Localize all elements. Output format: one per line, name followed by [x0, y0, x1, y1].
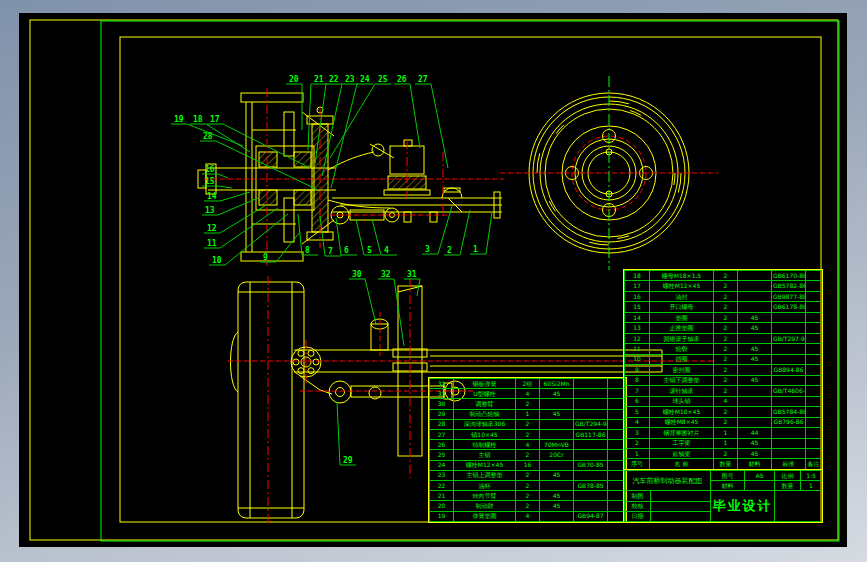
- parts-cell: 1: [714, 428, 738, 438]
- parts-cell: 主销上调整垫: [454, 470, 516, 480]
- parts-cell: GB894-86: [772, 365, 806, 375]
- leader-line: [218, 174, 228, 178]
- parts-cell: U型螺栓: [454, 389, 516, 399]
- part-number-callout: 30: [352, 270, 362, 279]
- leader-line: [276, 232, 300, 262]
- parts-cell: GB9877-88: [772, 291, 806, 301]
- part-number-callout: 12: [207, 224, 217, 233]
- parts-cell: [806, 302, 822, 312]
- parts-cell: GB5784-86: [772, 407, 806, 417]
- parts-cell: [806, 271, 822, 281]
- parts-cell: [738, 365, 772, 375]
- parts-row: 4螺栓M8×452GB796-86: [625, 417, 822, 427]
- drawing-no-label: 图号: [711, 471, 745, 481]
- parts-cell: [806, 333, 822, 343]
- parts-cell: 1: [714, 438, 738, 448]
- part-number-callout: 9: [263, 253, 268, 262]
- parts-cell: [806, 417, 822, 427]
- parts-row: 20制动鼓245: [430, 501, 626, 511]
- parts-cell: 钢背摩擦衬片: [650, 428, 714, 438]
- parts-cell: [806, 396, 822, 406]
- leader-line: [365, 279, 376, 324]
- parts-cell: 45: [738, 323, 772, 333]
- material-value: [745, 481, 775, 491]
- leader-line: [331, 84, 357, 188]
- part-number-callout: 5: [367, 246, 372, 255]
- parts-cell: 2: [714, 407, 738, 417]
- part-number-callout: 19: [174, 115, 184, 124]
- part-number-callout: 32: [381, 270, 391, 279]
- parts-cell: [806, 386, 822, 396]
- parts-cell: [806, 281, 822, 291]
- parts-cell: [574, 491, 608, 501]
- parts-cell: 2: [714, 375, 738, 385]
- parts-cell: 2: [625, 438, 650, 448]
- parts-row: 27销10×452GB117-86: [430, 430, 626, 440]
- parts-cell: 6: [625, 396, 650, 406]
- parts-cell: 2: [516, 399, 540, 409]
- parts-cell: 2: [714, 271, 738, 281]
- parts-cell: 止推垫圈: [650, 323, 714, 333]
- part-number-callout: 6: [344, 246, 349, 255]
- parts-cell: [540, 430, 574, 440]
- part-number-callout: 31: [407, 270, 417, 279]
- parts-cell: 深沟球轴承306: [454, 419, 516, 429]
- parts-cell: GB796-86: [772, 417, 806, 427]
- parts-row: 32钢板弹簧2组60Si2Mn: [430, 379, 626, 389]
- parts-cell: 45: [738, 438, 772, 448]
- part-number-callout: 1: [473, 245, 478, 254]
- part-number-callout: 25: [378, 75, 388, 84]
- parts-cell: 主销: [454, 450, 516, 460]
- parts-cell: 垫圈: [650, 312, 714, 322]
- parts-cell: 16: [516, 460, 540, 470]
- part-number-callout: 15: [205, 177, 215, 186]
- part-number-callout: 7: [328, 247, 333, 256]
- parts-cell: [806, 375, 822, 385]
- parts-cell: 28: [430, 419, 454, 429]
- title-block-empty-cell: [775, 491, 822, 522]
- parts-cell: 开口螺母: [650, 302, 714, 312]
- parts-row: 13止推垫圈245: [625, 323, 822, 333]
- date-label: 日期: [625, 511, 651, 521]
- parts-cell: [738, 302, 772, 312]
- parts-cell: [540, 511, 574, 521]
- parts-table-left: 32钢板弹簧2组60Si2Mn31U型螺栓44530调整臂229制动凸轮轴145…: [429, 378, 626, 522]
- parts-cell: 球头销: [650, 396, 714, 406]
- parts-cell: [574, 379, 608, 389]
- leader-line: [431, 84, 448, 168]
- parts-cell: [608, 450, 626, 460]
- parts-cell: 20: [430, 501, 454, 511]
- parts-cell: [608, 481, 626, 491]
- parts-cell: [540, 460, 574, 470]
- wheel-front-view: [500, 76, 718, 270]
- parts-row: 15开口螺母2GB6178-86: [625, 302, 822, 312]
- parts-cell: 2: [714, 365, 738, 375]
- parts-cell: [738, 271, 772, 281]
- parts-cell: 弹簧垫圈: [454, 511, 516, 521]
- parts-row: 11轮毂245: [625, 344, 822, 354]
- part-number-callout: 8: [305, 246, 310, 255]
- parts-cell: GB/T294-93: [574, 419, 608, 429]
- parts-cell: [806, 438, 822, 448]
- parts-cell: GB/T297-93: [772, 333, 806, 343]
- parts-cell: [772, 344, 806, 354]
- parts-row: 26特制螺栓470MnVB: [430, 440, 626, 450]
- parts-cell: [738, 417, 772, 427]
- parts-cell: 17: [625, 281, 650, 291]
- parts-cell: 2: [516, 450, 540, 460]
- leader-line: [394, 279, 404, 346]
- parts-cell: [738, 333, 772, 343]
- parts-cell: [574, 470, 608, 480]
- parts-cell: 4: [516, 511, 540, 521]
- parts-cell: 24: [430, 460, 454, 470]
- parts-cell: [608, 409, 626, 419]
- parts-cell: 2: [714, 302, 738, 312]
- drawn-label: 制图: [625, 491, 651, 501]
- parts-row: 7滚针轴承2GB/T4606-93: [625, 386, 822, 396]
- leader-line: [356, 219, 364, 255]
- parts-row: 18螺母M18×1.52GB6170-86: [625, 271, 822, 281]
- leader-line: [372, 219, 381, 255]
- parts-cell: [738, 386, 772, 396]
- parts-cell: 8: [625, 375, 650, 385]
- part-number-callout: 21: [314, 75, 324, 84]
